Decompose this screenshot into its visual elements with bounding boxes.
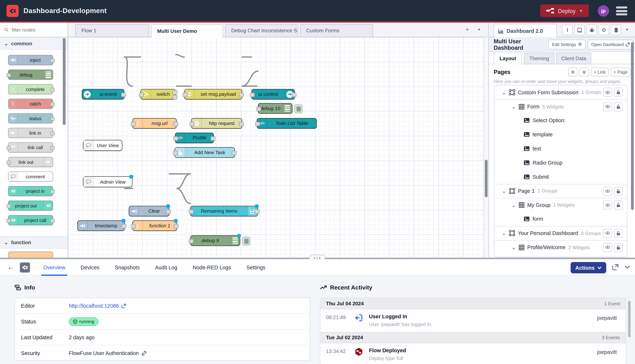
canvas-scrollbar-track[interactable]: [484, 37, 488, 258]
flow-node-function-1[interactable]: f function 1: [132, 220, 177, 231]
tab-audit-log[interactable]: Audit Log: [153, 259, 179, 276]
chain-link-icon[interactable]: [141, 350, 147, 356]
tree-widget-submit[interactable]: Submit: [494, 170, 627, 184]
expand-all-button[interactable]: [579, 68, 589, 76]
main-menu-button[interactable]: [616, 6, 627, 15]
add-flow-button[interactable]: +: [463, 26, 472, 33]
palette-scrollbar[interactable]: [63, 38, 66, 125]
tab-client-data[interactable]: Client Data: [556, 53, 591, 64]
flow-node-add-new-task[interactable]: Add New Task: [174, 147, 235, 158]
tree-group-form[interactable]: ⌄ Form5 Widgets: [494, 100, 627, 114]
palette-section-function[interactable]: ⌄ function: [0, 236, 68, 248]
palette-node-catch[interactable]: ! catch: [8, 99, 53, 109]
flow-node-profile[interactable]: </> Profile: [175, 133, 214, 143]
palette-search[interactable]: [0, 22, 68, 37]
add-link-button[interactable]: + Link: [591, 68, 608, 76]
chevron-down-icon[interactable]: ⌄: [502, 89, 506, 96]
tree-page-your-personal-dashboard[interactable]: ⌄ Your Personal Dashboard3 Groups: [494, 226, 627, 240]
flow-tab-flow1[interactable]: Flow 1: [75, 24, 149, 37]
tree-widget-select-option[interactable]: Select Option:: [494, 114, 627, 128]
flow-node-timestamp-inject[interactable]: timestamp: [77, 220, 125, 231]
flow-node-http-request[interactable]: http request: [191, 118, 242, 128]
visibility-eye-button[interactable]: [603, 243, 612, 252]
palette-node-complete[interactable]: ! complete: [8, 84, 53, 94]
flow-tab-debug-chart[interactable]: Debug Chart Inconsistence S: [225, 24, 298, 37]
flow-node-set-msg-payload[interactable]: set msg.payload: [184, 89, 242, 100]
help-book-icon[interactable]: [574, 24, 585, 35]
visibility-eye-button[interactable]: [603, 201, 612, 210]
flow-node-ui-event[interactable]: ➔ ui-event: [82, 89, 124, 100]
palette-node-project-in[interactable]: project in: [8, 186, 53, 196]
chevron-down-icon[interactable]: ⌄: [512, 202, 516, 208]
unlock-button[interactable]: [614, 243, 623, 252]
flow-node-admin-view-comment[interactable]: Admin View: [83, 176, 132, 187]
collapse-all-button[interactable]: [568, 68, 578, 76]
panel-scrollbar[interactable]: [628, 301, 630, 337]
flow-node-clear-inject[interactable]: Clear: [129, 206, 169, 216]
user-avatar[interactable]: jp: [598, 5, 609, 17]
sidebar-tab-dashboard[interactable]: Dashboard 2.0: [494, 24, 557, 37]
flow-node-todo-list-table[interactable]: </> Todo List Table: [257, 118, 317, 128]
collapse-panel-chevron-icon[interactable]: [624, 265, 630, 269]
visibility-eye-button[interactable]: [603, 88, 612, 96]
chevron-down-icon[interactable]: ⌄: [512, 104, 516, 110]
tree-page-page-1[interactable]: ⌄ Page 11 Groups: [494, 184, 627, 198]
open-dashboard-button[interactable]: Open Dashboard: [588, 40, 633, 49]
chevron-down-icon[interactable]: ⌄: [502, 188, 506, 194]
deploy-button[interactable]: Deploy ▼: [540, 4, 589, 17]
tree-widget-radio-group[interactable]: Radio Group: [494, 156, 627, 170]
search-input[interactable]: [11, 26, 61, 33]
open-editor-external-icon[interactable]: [612, 264, 619, 270]
palette-node-inject[interactable]: inject: [8, 55, 53, 65]
unlock-button[interactable]: [614, 229, 623, 238]
chevron-down-icon[interactable]: ⌄: [502, 230, 506, 236]
tab-theming[interactable]: Theming: [524, 53, 554, 64]
debug-toggle-button[interactable]: [294, 104, 302, 113]
debug-toggle-button[interactable]: [242, 236, 250, 245]
flow-canvas[interactable]: ➔ ui-event switch set msg.payload ui con…: [68, 37, 488, 258]
visibility-eye-button[interactable]: [603, 102, 612, 111]
palette-node-function-clipped[interactable]: [8, 252, 53, 258]
tree-page-custom-form-submission[interactable]: ⌄ Custom Form Submission1 Groups: [494, 85, 627, 100]
flowfuse-logo-icon[interactable]: [7, 4, 19, 17]
tree-group-my-group[interactable]: ⌄ My Group1 Widgets: [494, 198, 627, 212]
bug-icon[interactable]: [586, 24, 597, 35]
flow-node-debug-10[interactable]: debug 10: [258, 103, 292, 114]
canvas-scrollbar-thumb[interactable]: [485, 160, 488, 198]
palette-node-project-call[interactable]: project call: [8, 215, 53, 225]
deploy-caret-icon[interactable]: ▼: [579, 8, 583, 13]
flow-list-caret-icon[interactable]: ▼: [475, 28, 483, 32]
flow-node-msg-url[interactable]: f msg.url: [132, 118, 176, 128]
palette-node-status[interactable]: status: [8, 113, 53, 123]
tree-widget-form[interactable]: form: [494, 212, 627, 226]
unlock-button[interactable]: [614, 88, 623, 96]
actions-button[interactable]: Actions: [571, 262, 606, 273]
gear-icon[interactable]: ⚙: [599, 24, 609, 35]
palette-node-link-in[interactable]: link in: [8, 128, 53, 138]
activity-event-row[interactable]: 13:34:42 Flow Deployed Deploy type 'full…: [320, 343, 626, 364]
visibility-eye-button[interactable]: [603, 229, 612, 238]
palette-node-debug[interactable]: debug: [8, 70, 53, 80]
back-arrow-icon[interactable]: ←: [7, 263, 14, 271]
tab-settings[interactable]: Settings: [244, 259, 268, 276]
visibility-eye-button[interactable]: [603, 186, 612, 196]
palette-node-project-out[interactable]: project out: [8, 200, 53, 210]
edit-settings-button[interactable]: Edit Settings⚙: [548, 40, 586, 49]
unlock-button[interactable]: [614, 186, 623, 196]
flow-node-ui-control[interactable]: ui control ➔: [252, 89, 295, 100]
palette-node-comment[interactable]: comment: [8, 172, 53, 182]
unlock-button[interactable]: [614, 201, 623, 210]
info-sidebar-icon[interactable]: i: [562, 24, 572, 35]
flow-node-remaining-items[interactable]: Remaining Items: [190, 206, 258, 216]
flow-node-user-view-comment[interactable]: User View: [83, 140, 122, 151]
tab-node-red-logs[interactable]: Node-RED Logs: [191, 259, 233, 276]
activity-event-row[interactable]: 08:21:49 User Logged In User 'joepavitt'…: [320, 309, 626, 332]
sidebar-more-caret-icon[interactable]: ▼: [625, 28, 629, 32]
chevron-down-icon[interactable]: ⌄: [512, 244, 516, 250]
sidebar-scrollbar[interactable]: [631, 42, 634, 210]
tree-widget-text[interactable]: text: [494, 142, 627, 156]
tab-overview[interactable]: Overview: [41, 259, 67, 276]
palette-node-link-out[interactable]: link out: [8, 157, 53, 167]
palette-section-common[interactable]: ⌄ common: [0, 37, 68, 50]
add-page-button[interactable]: + Page: [610, 68, 630, 76]
